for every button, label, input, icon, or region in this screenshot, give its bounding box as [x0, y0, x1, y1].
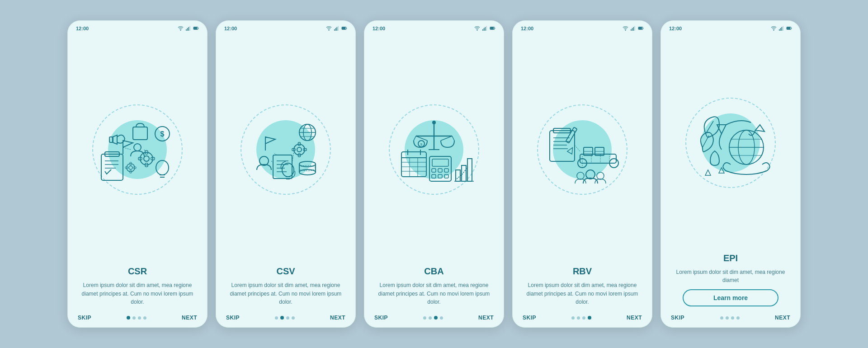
svg-point-28 — [129, 166, 132, 169]
dot-3-rbv — [588, 316, 591, 320]
dot-0-epi — [720, 316, 723, 320]
svg-line-151 — [706, 121, 713, 134]
next-btn-csr[interactable]: NEXT — [182, 315, 197, 321]
status-bar-csr: 12:00 — [68, 21, 207, 33]
phone-csr: 12:00 — [67, 20, 208, 328]
dots-epi — [720, 316, 740, 320]
svg-rect-145 — [787, 27, 790, 29]
dot-3-csv — [292, 316, 295, 320]
battery-icon-cba — [490, 25, 495, 31]
next-btn-cba[interactable]: NEXT — [478, 315, 494, 321]
status-time-cba: 12:00 — [373, 26, 385, 31]
svg-rect-2 — [187, 28, 188, 31]
svg-rect-104 — [462, 165, 466, 181]
dot-0-csv — [275, 316, 278, 320]
skip-btn-cba[interactable]: SKIP — [374, 315, 388, 321]
svg-rect-143 — [783, 26, 783, 31]
content-csr: CSR Lorem ipsum dolor sit dim amet, mea … — [68, 266, 207, 311]
next-btn-epi[interactable]: NEXT — [775, 315, 790, 321]
svg-rect-41 — [342, 27, 345, 29]
svg-rect-6 — [194, 27, 197, 29]
next-btn-csv[interactable]: NEXT — [330, 315, 345, 321]
skip-btn-rbv[interactable]: SKIP — [523, 315, 536, 321]
dot-1-csv — [280, 316, 284, 320]
dots-rbv — [571, 316, 591, 320]
svg-rect-97 — [432, 169, 436, 172]
svg-rect-99 — [444, 169, 448, 172]
svg-line-84 — [452, 136, 454, 141]
svg-line-83 — [441, 136, 452, 141]
skip-btn-csr[interactable]: SKIP — [78, 315, 91, 321]
learn-more-button[interactable]: Learn more — [683, 289, 778, 306]
content-cba: CBA Lorem ipsum dolor sit dim amet, mea … — [364, 266, 504, 311]
svg-rect-1 — [186, 29, 187, 31]
svg-rect-113 — [634, 26, 635, 31]
svg-rect-96 — [432, 159, 448, 166]
text-rbv: Lorem ipsum dolor sit dim amet, mea regi… — [523, 281, 642, 306]
content-csv: CSV Lorem ipsum dolor sit dim amet, mea … — [216, 266, 355, 311]
svg-rect-116 — [550, 131, 575, 161]
svg-rect-100 — [432, 174, 436, 178]
phone-csv: 12:00 — [216, 20, 356, 328]
svg-rect-98 — [438, 169, 442, 172]
svg-point-109 — [625, 30, 626, 30]
svg-marker-153 — [705, 170, 711, 175]
svg-rect-24 — [133, 127, 147, 140]
title-cba: CBA — [374, 266, 494, 277]
svg-rect-39 — [338, 26, 339, 31]
status-time-epi: 12:00 — [669, 26, 682, 31]
dot-3-epi — [736, 316, 740, 320]
phone-cba: 12:00 — [364, 20, 504, 328]
dot-0-rbv — [571, 316, 575, 320]
status-icons-cba — [474, 25, 495, 31]
svg-point-0 — [180, 30, 181, 30]
svg-rect-7 — [101, 154, 123, 180]
svg-rect-36 — [334, 29, 335, 31]
bottom-nav-rbv: SKIP NEXT — [513, 311, 652, 327]
svg-point-50 — [297, 147, 302, 152]
svg-marker-123 — [567, 146, 575, 154]
phone-rbv: 12:00 — [512, 20, 652, 328]
svg-text:$: $ — [420, 142, 423, 146]
illustration-svg-rbv — [537, 104, 627, 195]
svg-point-64 — [299, 165, 316, 171]
svg-rect-38 — [337, 27, 338, 31]
content-epi: EPI Lorem ipsum dolor sit dim amet, mea … — [661, 253, 800, 311]
signal-icon — [185, 25, 191, 31]
status-time-rbv: 12:00 — [521, 26, 533, 31]
title-csr: CSR — [78, 266, 197, 277]
next-btn-rbv[interactable]: NEXT — [627, 315, 642, 321]
svg-rect-142 — [782, 27, 783, 31]
svg-rect-141 — [780, 28, 781, 31]
wifi-icon-rbv — [623, 25, 628, 31]
svg-rect-72 — [482, 29, 483, 31]
svg-rect-111 — [632, 28, 633, 31]
svg-rect-77 — [491, 27, 494, 29]
title-csv: CSV — [226, 266, 345, 277]
svg-rect-37 — [335, 28, 336, 31]
svg-point-71 — [477, 30, 477, 30]
svg-point-136 — [597, 172, 604, 179]
skip-btn-epi[interactable]: SKIP — [671, 315, 684, 321]
svg-rect-122 — [566, 127, 577, 143]
svg-rect-112 — [633, 27, 634, 31]
illustration-rbv — [513, 33, 652, 266]
dot-3-cba — [440, 316, 443, 320]
signal-icon-cba — [482, 25, 488, 31]
bottom-nav-csr: SKIP NEXT — [68, 311, 207, 327]
wifi-icon — [178, 25, 184, 31]
illustration-csv — [216, 33, 355, 266]
svg-rect-3 — [189, 27, 189, 31]
svg-point-35 — [329, 30, 329, 30]
skip-btn-csv[interactable]: SKIP — [226, 315, 240, 321]
svg-rect-86 — [401, 152, 426, 177]
svg-line-33 — [123, 147, 131, 150]
text-csv: Lorem ipsum dolor sit dim amet, mea regi… — [226, 281, 345, 306]
svg-rect-103 — [456, 170, 460, 181]
wifi-icon-csv — [326, 25, 332, 31]
svg-line-138 — [575, 145, 580, 151]
svg-rect-73 — [484, 28, 485, 31]
dot-2-cba — [434, 316, 438, 320]
svg-rect-110 — [631, 29, 632, 31]
dot-1-csr — [132, 316, 136, 320]
